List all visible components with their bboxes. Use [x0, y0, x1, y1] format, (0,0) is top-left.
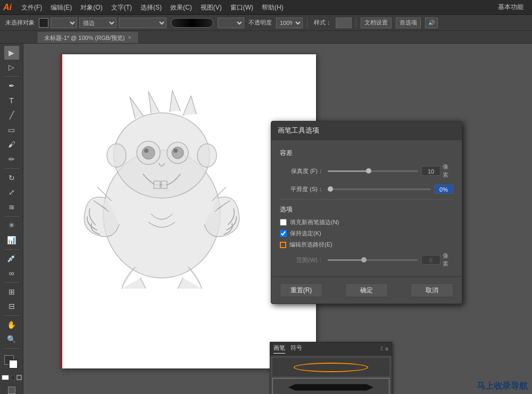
edit-path-label: 编辑所选路径(E): [289, 241, 332, 249]
dialog-title: 画笔工具选项: [271, 121, 462, 140]
brush-item-tapered[interactable]: [272, 378, 389, 394]
tool-rect[interactable]: ▭: [4, 123, 19, 137]
smoothness-track[interactable]: [328, 188, 431, 190]
tool-rotate[interactable]: ↻: [4, 171, 19, 185]
tab-bar: 未标题-1* @ 100% (RGB/预览) ×: [0, 31, 532, 44]
svg-point-6: [144, 149, 148, 153]
fidelity-value[interactable]: 10: [421, 166, 440, 176]
smoothness-thumb[interactable]: [328, 186, 333, 192]
tool-graph[interactable]: 📊: [4, 233, 19, 247]
svg-point-10: [107, 144, 126, 167]
menu-select[interactable]: 选择(S): [136, 0, 166, 15]
range-slider-container[interactable]: [328, 256, 418, 264]
svg-point-5: [172, 147, 184, 159]
tool-separator-6: [4, 315, 19, 316]
fill-stroke-swatches[interactable]: [2, 353, 21, 371]
dialog-buttons: 重置(R) 确定 取消: [271, 276, 462, 303]
range-value[interactable]: 6: [421, 255, 440, 265]
tool-paintbrush[interactable]: 🖌: [4, 138, 19, 152]
tool-pen[interactable]: ✒: [4, 79, 19, 93]
menu-file[interactable]: 文件(F): [17, 0, 46, 15]
smoothness-slider-container[interactable]: [328, 185, 431, 193]
tool-slice[interactable]: ⊟: [4, 299, 19, 313]
brush-options-dialog: 画笔工具选项 容差 保真度 (F)： 10 像素: [271, 121, 462, 304]
speaker-icon[interactable]: 🔊: [425, 18, 438, 28]
menu-effect[interactable]: 效果(C): [166, 0, 196, 15]
menu-bar: Ai 文件(F) 编辑(E) 对象(O) 文字(T) 选择(S) 效果(C) 视…: [0, 0, 532, 15]
style-label: 样式：: [312, 19, 334, 27]
document-tab[interactable]: 未标题-1* @ 100% (RGB/预览) ×: [37, 31, 138, 43]
tool-blend[interactable]: ∞: [4, 266, 19, 280]
range-track[interactable]: [328, 259, 418, 261]
tool-select[interactable]: ▶: [4, 46, 19, 60]
doc-setup-button[interactable]: 文档设置: [361, 18, 392, 28]
menu-object[interactable]: 对象(O): [76, 0, 106, 15]
toolbox: ▶ ▷ ✒ T ╱ ▭ 🖌 ✏ ↻ ⤢ ≋ ✳ 📊 💉 ∞ ⊞ ⊟ ✋ 🔍: [0, 44, 23, 394]
brush-select[interactable]: [119, 18, 167, 28]
smoothness-label: 平滑度 (S)：: [280, 185, 328, 193]
brush-panel-menu-icon[interactable]: ≡: [385, 346, 388, 352]
workspace-label: 基本功能: [498, 3, 529, 12]
edit-path-checkbox-orange[interactable]: [280, 242, 286, 248]
fidelity-slider-container[interactable]: [328, 167, 418, 175]
tool-type[interactable]: T: [4, 94, 19, 108]
fidelity-track[interactable]: [328, 170, 418, 172]
smoothness-value[interactable]: 0%: [434, 184, 453, 194]
stroke-style-select[interactable]: [218, 18, 244, 28]
screen-mode-icons: [8, 387, 15, 394]
brush-item-oval[interactable]: [272, 358, 389, 376]
cancel-button[interactable]: 取消: [411, 283, 453, 297]
fidelity-thumb[interactable]: [366, 168, 371, 174]
brush-panel-body[interactable]: [270, 356, 392, 394]
tool-eyedropper[interactable]: 💉: [4, 252, 19, 266]
brush-oval-shape: [294, 363, 368, 372]
brush-panel-collapse-icon[interactable]: 《: [378, 345, 383, 352]
menu-view[interactable]: 视图(V): [196, 0, 226, 15]
tool-separator-4: [4, 249, 19, 250]
range-thumb[interactable]: [361, 257, 367, 262]
reset-button[interactable]: 重置(R): [280, 283, 322, 297]
fill-brush-checkbox[interactable]: [280, 219, 287, 226]
tab-close-button[interactable]: ×: [128, 32, 131, 44]
ok-button[interactable]: 确定: [345, 283, 388, 297]
style-swatch[interactable]: [336, 18, 352, 28]
brush-tab-brushes[interactable]: 画笔: [273, 344, 285, 354]
tool-separator-2: [4, 168, 19, 169]
tool-direct-select[interactable]: ▷: [4, 61, 19, 75]
keep-selected-row: 保持选定(K): [280, 229, 453, 237]
preferences-button[interactable]: 首选项: [396, 18, 421, 28]
tool-symbol-spray[interactable]: ✳: [4, 218, 19, 232]
brush-tapered-shape: [288, 382, 373, 393]
brush-panel-header: 画笔 符号 《 ≡: [270, 342, 392, 356]
fill-brush-row: 填充新画笔描边(N): [280, 218, 453, 226]
tool-warp[interactable]: ≋: [4, 200, 19, 214]
opacity-label: 不透明度: [246, 19, 274, 27]
canvas-area: .sk { fill:none; stroke:#888; stroke-wid…: [23, 44, 532, 394]
brush-tab-symbols[interactable]: 符号: [290, 344, 302, 354]
mode-select[interactable]: 描边: [79, 18, 117, 28]
options-section-label: 选项: [280, 205, 453, 214]
menu-edit[interactable]: 编辑(E): [46, 0, 76, 15]
svg-point-11: [197, 144, 217, 167]
fill-color-swatch[interactable]: [39, 18, 48, 28]
tool-pencil[interactable]: ✏: [4, 152, 19, 166]
app-logo: Ai: [3, 3, 12, 12]
tool-separator-3: [4, 216, 19, 217]
menu-text[interactable]: 文字(T): [107, 0, 136, 15]
tool-line[interactable]: ╱: [4, 108, 19, 122]
range-unit: 像素: [443, 252, 453, 268]
toolbar-separator-2: [356, 18, 356, 28]
stroke-select[interactable]: [51, 18, 77, 28]
tool-zoom[interactable]: 🔍: [4, 333, 19, 347]
tool-artboard[interactable]: ⊞: [4, 285, 19, 299]
opacity-select[interactable]: 100%: [276, 18, 303, 28]
margin-line: [61, 54, 62, 368]
tab-title: 未标题-1* @ 100% (RGB/预览): [44, 32, 125, 44]
smoothness-row: 平滑度 (S)： 0%: [280, 184, 453, 194]
menu-help[interactable]: 帮助(H): [257, 0, 288, 15]
menu-window[interactable]: 窗口(W): [226, 0, 257, 15]
tool-separator-5: [4, 282, 19, 283]
tool-hand[interactable]: ✋: [4, 318, 19, 332]
tool-scale[interactable]: ⤢: [4, 185, 19, 199]
keep-selected-checkbox[interactable]: [280, 230, 287, 237]
